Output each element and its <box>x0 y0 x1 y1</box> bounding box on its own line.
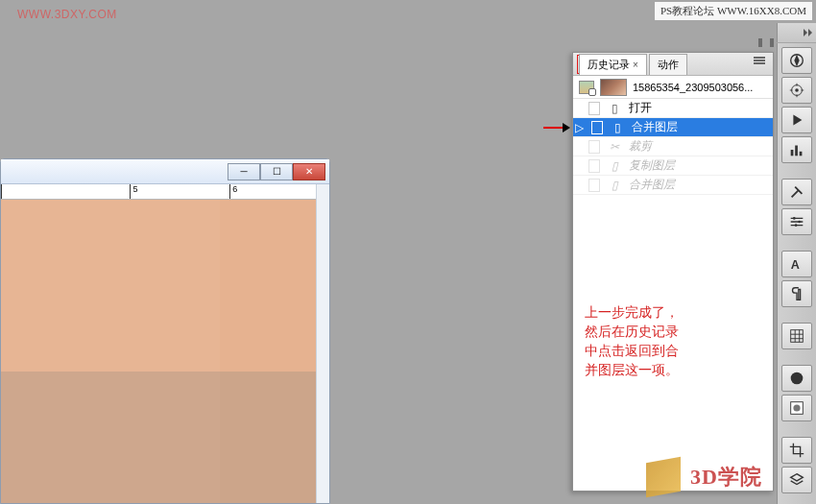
toolstrip-expand[interactable] <box>777 23 816 42</box>
history-panel: 历史记录× 动作 15865354_2309503056... ▯ 打开 ▷ ▯… <box>572 52 774 492</box>
svg-point-2 <box>795 88 799 92</box>
right-toolstrip: A <box>777 43 816 504</box>
panel-menu-icon[interactable] <box>754 57 769 68</box>
tutorial-annotation: 上一步完成了， 然后在历史记录 中点击返回到合 并图层这一项。 <box>585 302 757 379</box>
document-titlebar: ─ ☐ ✕ <box>1 159 329 184</box>
history-item-duplicate[interactable]: ▯ 复制图层 <box>573 156 773 176</box>
play-icon[interactable] <box>781 107 812 133</box>
tab-actions[interactable]: 动作 <box>649 54 687 75</box>
document-icon: ▯ <box>608 102 621 115</box>
svg-rect-3 <box>791 150 794 156</box>
svg-point-13 <box>793 404 800 411</box>
svg-point-6 <box>793 217 796 220</box>
watermark-top-right: PS教程论坛 WWW.16XX8.COM <box>655 2 812 20</box>
document-icon: ▯ <box>611 121 624 134</box>
document-window: ─ ☐ ✕ 5 6 <box>0 158 330 504</box>
document-icon: ▯ <box>608 159 621 173</box>
fill-icon[interactable] <box>781 365 812 392</box>
svg-rect-5 <box>800 152 803 156</box>
tab-history[interactable]: 历史记录× <box>579 54 647 75</box>
history-item-crop[interactable]: ✂ 裁剪 <box>573 137 773 156</box>
history-item-merge[interactable]: ▯ 合并图层 <box>573 176 773 195</box>
svg-point-11 <box>791 372 804 385</box>
watermark-top-left: WWW.3DXY.COM <box>17 8 117 21</box>
paragraph-icon[interactable] <box>781 280 812 307</box>
panel-tab-bar: 历史记录× 动作 <box>573 53 773 76</box>
tools-icon[interactable] <box>781 179 812 205</box>
history-item-open[interactable]: ▯ 打开 <box>573 99 773 118</box>
history-item-merge-selected[interactable]: ▷ ▯ 合并图层 <box>573 118 773 137</box>
annotation-arrow-icon <box>543 123 570 132</box>
collapsed-panel-grip[interactable] <box>755 38 774 52</box>
mask-icon[interactable] <box>781 395 812 421</box>
cube-icon <box>646 460 681 494</box>
svg-rect-10 <box>791 330 804 343</box>
vertical-scrollbar[interactable] <box>316 184 329 503</box>
navigator-icon[interactable] <box>781 47 812 74</box>
settings-icon[interactable] <box>781 208 812 235</box>
svg-point-7 <box>798 221 801 224</box>
grid-icon[interactable] <box>781 323 812 349</box>
svg-point-8 <box>795 224 798 227</box>
document-icon: ▯ <box>608 179 621 192</box>
svg-text:A: A <box>791 258 800 272</box>
options-icon[interactable] <box>781 77 812 104</box>
layers-icon[interactable] <box>781 467 812 493</box>
history-source-row[interactable]: 15865354_2309503056... <box>573 76 773 99</box>
maximize-button[interactable]: ☐ <box>260 163 293 180</box>
crop-icon: ✂ <box>608 140 621 154</box>
close-button[interactable]: ✕ <box>293 163 325 180</box>
horizontal-ruler: 5 6 <box>1 184 329 200</box>
document-canvas[interactable] <box>1 200 329 503</box>
histogram-icon[interactable] <box>781 136 812 163</box>
history-list: ▯ 打开 ▷ ▯ 合并图层 ✂ 裁剪 ▯ 复制图层 ▯ 合并图层 <box>573 99 773 195</box>
crop-tool-icon[interactable] <box>781 437 812 464</box>
svg-rect-4 <box>795 146 798 156</box>
close-tab-icon[interactable]: × <box>633 60 638 70</box>
logo-3d-academy: 3D学院 <box>646 460 762 494</box>
character-icon[interactable]: A <box>781 251 812 277</box>
history-brush-icon <box>579 81 594 94</box>
document-thumbnail <box>600 79 627 96</box>
document-filename: 15865354_2309503056... <box>633 82 753 93</box>
minimize-button[interactable]: ─ <box>228 163 260 180</box>
